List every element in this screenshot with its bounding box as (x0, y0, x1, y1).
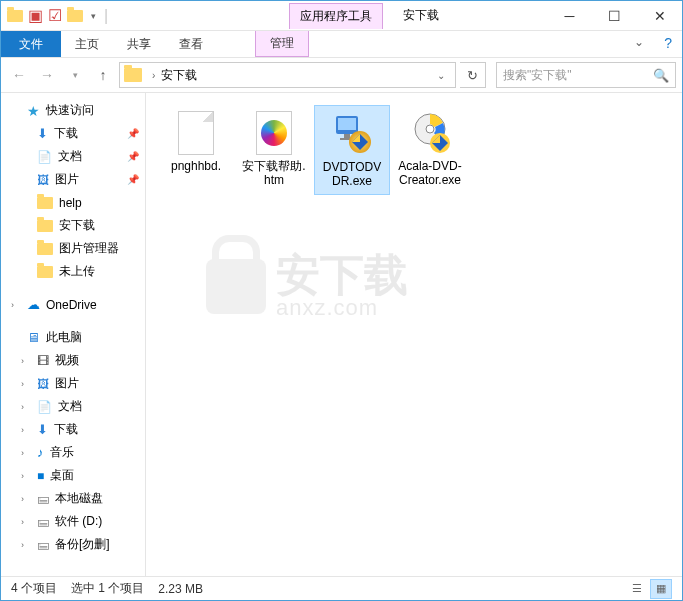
title-bar: ▣ ☑ ▾ | 应用程序工具 安下载 ─ ☐ ✕ (1, 1, 682, 31)
search-icon[interactable]: 🔍 (653, 68, 669, 83)
file-item[interactable]: 安下载帮助.htm (236, 105, 312, 195)
file-icon (172, 109, 220, 157)
file-item[interactable]: DVDTODVDR.exe (314, 105, 390, 195)
help-icon[interactable]: ? (654, 31, 682, 57)
sidebar-item-pictures[interactable]: ›🖼图片 (1, 372, 145, 395)
status-bar: 4 个项目 选中 1 个项目 2.23 MB ☰ ▦ (1, 576, 682, 600)
breadcrumb[interactable]: › 安下载 ⌄ (119, 62, 456, 88)
close-button[interactable]: ✕ (637, 1, 682, 30)
up-button[interactable]: ↑ (91, 63, 115, 87)
download-icon: ⬇ (37, 126, 48, 141)
folder-icon[interactable] (67, 8, 83, 24)
recent-dropdown-icon[interactable]: ▾ (63, 63, 87, 87)
file-name: pnghhbd. (171, 159, 221, 173)
sidebar-item-localdisk[interactable]: ›🖴本地磁盘 (1, 487, 145, 510)
sidebar-item-anxz[interactable]: 安下载 (1, 214, 145, 237)
folder-icon (37, 266, 53, 278)
folder-icon (124, 68, 142, 82)
refresh-button[interactable]: ↻ (460, 62, 486, 88)
chevron-right-icon[interactable]: › (152, 70, 155, 81)
status-size: 2.23 MB (158, 582, 203, 596)
pin-icon: 📌 (127, 174, 139, 185)
file-name: 安下载帮助.htm (240, 159, 308, 187)
main-area: ★ 快速访问 ⬇下载📌 📄文档📌 🖼图片📌 help 安下载 图片管理器 未上传… (1, 93, 682, 576)
pictures-icon: 🖼 (37, 377, 49, 391)
file-name: Acala-DVD-Creator.exe (396, 159, 464, 187)
sidebar-item-drive-d[interactable]: ›🖴软件 (D:) (1, 510, 145, 533)
folder-icon (37, 220, 53, 232)
properties-icon[interactable]: ▣ (27, 8, 43, 24)
sidebar-item-downloads[interactable]: ⬇下载📌 (1, 122, 145, 145)
sidebar-item-help[interactable]: help (1, 191, 145, 214)
sidebar-item-desktop[interactable]: ›■桌面 (1, 464, 145, 487)
sidebar-item-backup[interactable]: ›🖴备份[勿删] (1, 533, 145, 556)
breadcrumb-dropdown-icon[interactable]: ⌄ (431, 70, 451, 81)
document-icon: 📄 (37, 400, 52, 414)
tab-file[interactable]: 文件 (1, 31, 61, 57)
pc-icon: 🖥 (27, 330, 40, 345)
file-item[interactable]: Acala-DVD-Creator.exe (392, 105, 468, 195)
tab-home[interactable]: 主页 (61, 31, 113, 57)
sidebar-item-unupload[interactable]: 未上传 (1, 260, 145, 283)
maximize-button[interactable]: ☐ (592, 1, 637, 30)
pin-icon: 📌 (127, 128, 139, 139)
star-icon: ★ (27, 103, 40, 119)
sidebar-this-pc[interactable]: 🖥此电脑 (1, 326, 145, 349)
document-icon: 📄 (37, 150, 52, 164)
minimize-button[interactable]: ─ (547, 1, 592, 30)
sidebar-item-picmgr[interactable]: 图片管理器 (1, 237, 145, 260)
back-button[interactable]: ← (7, 63, 31, 87)
watermark: 安下载 anxz.com (206, 253, 408, 319)
drive-icon: 🖴 (37, 515, 49, 529)
htm-icon (250, 109, 298, 157)
sidebar-item-documents[interactable]: ›📄文档 (1, 395, 145, 418)
sidebar-item-music[interactable]: ›♪音乐 (1, 441, 145, 464)
breadcrumb-item[interactable]: 安下载 (161, 67, 197, 84)
contextual-tab[interactable]: 应用程序工具 (289, 3, 383, 29)
search-input[interactable]: 搜索"安下载" 🔍 (496, 62, 676, 88)
tab-manage[interactable]: 管理 (255, 31, 309, 57)
check-icon[interactable]: ☑ (47, 8, 63, 24)
sidebar-item-videos[interactable]: ›🎞视频 (1, 349, 145, 372)
svg-point-6 (426, 125, 434, 133)
window-title: 安下载 (403, 7, 439, 24)
download-icon: ⬇ (37, 422, 48, 437)
lock-icon (206, 259, 266, 314)
tab-share[interactable]: 共享 (113, 31, 165, 57)
svg-rect-1 (338, 118, 356, 130)
drive-icon: 🖴 (37, 538, 49, 552)
qat-dropdown-icon[interactable]: ▾ (87, 11, 100, 21)
pin-icon: 📌 (127, 151, 139, 162)
file-item[interactable]: pnghhbd. (158, 105, 234, 195)
search-placeholder: 搜索"安下载" (503, 67, 572, 84)
drive-icon: 🖴 (37, 492, 49, 506)
icons-view-button[interactable]: ▦ (650, 579, 672, 599)
status-selected: 选中 1 个项目 (71, 580, 144, 597)
folder-icon[interactable] (7, 8, 23, 24)
forward-button: → (35, 63, 59, 87)
file-list[interactable]: pnghhbd. 安下载帮助.htm DVDTODVDR.exe Acala-D… (146, 93, 682, 576)
exe-icon (406, 109, 454, 157)
cloud-icon: ☁ (27, 297, 40, 312)
sidebar-item-documents[interactable]: 📄文档📌 (1, 145, 145, 168)
music-icon: ♪ (37, 445, 44, 460)
ribbon-tabs: 文件 主页 共享 查看 管理 ⌄ ? (1, 31, 682, 57)
status-item-count: 4 个项目 (11, 580, 57, 597)
expand-ribbon-icon[interactable]: ⌄ (624, 31, 654, 57)
sidebar-quick-access[interactable]: ★ 快速访问 (1, 99, 145, 122)
sidebar-onedrive[interactable]: ›☁OneDrive (1, 293, 145, 316)
separator: | (104, 7, 108, 25)
folder-icon (37, 243, 53, 255)
expand-icon[interactable]: › (11, 300, 21, 310)
address-bar: ← → ▾ ↑ › 安下载 ⌄ ↻ 搜索"安下载" 🔍 (1, 57, 682, 93)
file-name: DVDTODVDR.exe (319, 160, 385, 188)
exe-icon (328, 110, 376, 158)
desktop-icon: ■ (37, 469, 44, 483)
details-view-button[interactable]: ☰ (626, 579, 648, 599)
navigation-pane: ★ 快速访问 ⬇下载📌 📄文档📌 🖼图片📌 help 安下载 图片管理器 未上传… (1, 93, 146, 576)
folder-icon (37, 197, 53, 209)
sidebar-item-pictures[interactable]: 🖼图片📌 (1, 168, 145, 191)
sidebar-item-downloads[interactable]: ›⬇下载 (1, 418, 145, 441)
tab-view[interactable]: 查看 (165, 31, 217, 57)
video-icon: 🎞 (37, 354, 49, 368)
